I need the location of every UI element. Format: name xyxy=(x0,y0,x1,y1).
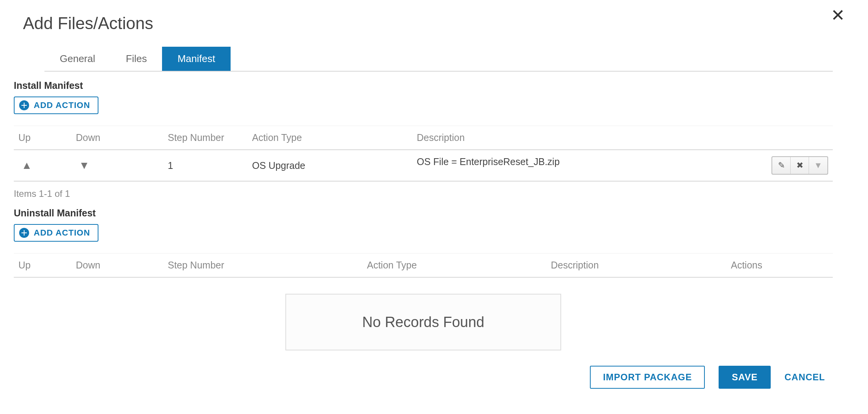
dropdown-caret-icon[interactable]: ▼ xyxy=(809,157,827,174)
uninstall-manifest-table: Up Down Step Number Action Type Descript… xyxy=(14,253,833,278)
col-down: Down xyxy=(71,126,163,150)
install-manifest-table: Up Down Step Number Action Type Descript… xyxy=(14,126,833,182)
col-description: Description xyxy=(412,126,833,150)
cancel-button[interactable]: CANCEL xyxy=(784,372,825,383)
delete-icon[interactable]: ✖ xyxy=(791,157,809,174)
tab-bar: General Files Manifest xyxy=(44,47,833,72)
cell-description-text: OS File = EnterpriseReset_JB.zip xyxy=(417,156,560,167)
dialog-inner: Add Files/Actions General Files Manifest… xyxy=(0,0,847,414)
uninstall-table-header-row: Up Down Step Number Action Type Descript… xyxy=(14,254,833,278)
add-action-uninstall-label: ADD ACTION xyxy=(34,228,90,238)
col-up: Up xyxy=(14,126,71,150)
cell-action-type: OS Upgrade xyxy=(247,150,412,181)
plus-icon xyxy=(19,228,29,238)
edit-icon[interactable]: ✎ xyxy=(772,157,791,174)
move-down-icon[interactable]: ▼ xyxy=(76,159,93,172)
save-button[interactable]: SAVE xyxy=(719,366,771,389)
page-title: Add Files/Actions xyxy=(23,14,833,33)
dialog-footer: IMPORT PACKAGE SAVE CANCEL xyxy=(14,366,833,389)
col-actions: Actions xyxy=(726,254,833,278)
row-actions-group: ✎ ✖ ▼ xyxy=(771,156,828,175)
install-manifest-heading: Install Manifest xyxy=(14,80,833,91)
move-up-icon[interactable]: ▲ xyxy=(18,159,35,172)
add-action-install-label: ADD ACTION xyxy=(34,100,90,110)
tab-general[interactable]: General xyxy=(44,47,111,71)
col-down: Down xyxy=(71,254,163,278)
dialog-root: ✕ Add Files/Actions General Files Manife… xyxy=(0,0,868,414)
plus-icon xyxy=(19,100,29,110)
scrollable-content[interactable]: Add Files/Actions General Files Manifest… xyxy=(0,0,868,414)
cell-step-number: 1 xyxy=(163,150,247,181)
import-package-button[interactable]: IMPORT PACKAGE xyxy=(590,366,705,389)
add-action-install-button[interactable]: ADD ACTION xyxy=(14,97,98,114)
add-action-uninstall-button[interactable]: ADD ACTION xyxy=(14,224,98,242)
no-records-message: No Records Found xyxy=(285,294,561,350)
col-step-number: Step Number xyxy=(163,126,247,150)
install-pager-info: Items 1-1 of 1 xyxy=(14,188,833,199)
cell-description: OS File = EnterpriseReset_JB.zip ✎ ✖ ▼ xyxy=(412,150,833,181)
col-up: Up xyxy=(14,254,71,278)
uninstall-manifest-heading: Uninstall Manifest xyxy=(14,208,833,219)
col-step-number: Step Number xyxy=(163,254,362,278)
col-action-type: Action Type xyxy=(247,126,412,150)
col-description: Description xyxy=(546,254,726,278)
tab-manifest[interactable]: Manifest xyxy=(162,47,230,71)
col-action-type: Action Type xyxy=(362,254,546,278)
table-row: ▲ ▼ 1 OS Upgrade OS File = EnterpriseRes… xyxy=(14,150,833,181)
close-icon[interactable]: ✕ xyxy=(831,7,845,24)
install-table-header-row: Up Down Step Number Action Type Descript… xyxy=(14,126,833,150)
tab-files[interactable]: Files xyxy=(111,47,162,71)
